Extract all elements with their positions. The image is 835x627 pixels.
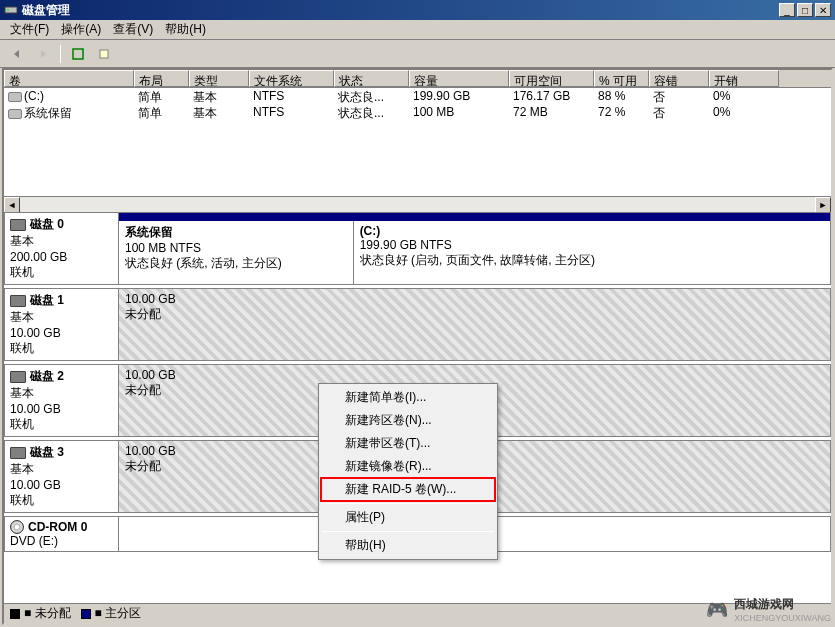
disk-label-disk0[interactable]: 磁盘 0基本200.00 GB联机 [4, 212, 119, 285]
column-header[interactable]: 状态 [334, 70, 409, 87]
ctx-new-raid5[interactable]: 新建 RAID-5 卷(W)... [321, 478, 495, 501]
table-header: 卷布局类型文件系统状态容量可用空间% 可用容错开销 [4, 70, 831, 88]
help-button[interactable] [93, 43, 115, 65]
disk-label-disk2[interactable]: 磁盘 2基本10.00 GB联机 [4, 364, 119, 437]
disk-info: 10.00 GB [10, 326, 113, 340]
svg-rect-0 [5, 7, 17, 13]
partition-info: 状态良好 (启动, 页面文件, 故障转储, 主分区) [360, 252, 824, 269]
partition-info: 状态良好 (系统, 活动, 主分区) [125, 255, 347, 272]
disk-info: 联机 [10, 492, 113, 509]
disk-title: CD-ROM 0 [28, 520, 87, 534]
disk-partitions-area: 系统保留100 MB NTFS状态良好 (系统, 活动, 主分区)(C:)199… [119, 212, 831, 285]
partition[interactable]: (C:)199.90 GB NTFS状态良好 (启动, 页面文件, 故障转储, … [354, 221, 830, 284]
refresh-button[interactable] [67, 43, 89, 65]
disk-title: 磁盘 2 [30, 368, 64, 385]
column-header[interactable]: 可用空间 [509, 70, 594, 87]
ctx-help[interactable]: 帮助(H) [321, 534, 495, 557]
cdrom-icon [10, 520, 24, 534]
maximize-button[interactable]: □ [797, 3, 813, 17]
ctx-new-stripe[interactable]: 新建带区卷(T)... [321, 432, 495, 455]
partition-info: 未分配 [125, 306, 824, 323]
volume-icon [8, 109, 22, 119]
table-cell: 状态良... [334, 88, 409, 104]
scroll-right-button[interactable]: ► [815, 197, 831, 213]
table-cell: 否 [649, 88, 709, 104]
partition-name: (C:) [360, 224, 824, 238]
column-header[interactable]: 卷 [4, 70, 134, 87]
partition-info: 100 MB NTFS [125, 241, 347, 255]
disk-row: 磁盘 1基本10.00 GB联机10.00 GB未分配 [4, 288, 831, 361]
scroll-left-button[interactable]: ◄ [4, 197, 20, 213]
column-header[interactable]: 开销 [709, 70, 779, 87]
disk-info: 联机 [10, 264, 113, 281]
partition-info: 199.90 GB NTFS [360, 238, 824, 252]
menu-action[interactable]: 操作(A) [55, 19, 107, 40]
disk-info: 联机 [10, 340, 113, 357]
disk-info: DVD (E:) [10, 534, 113, 548]
column-header[interactable]: 类型 [189, 70, 249, 87]
table-cell: 状态良... [334, 104, 409, 120]
table-cell: (C:) [4, 88, 134, 104]
table-cell: 基本 [189, 104, 249, 120]
column-header[interactable]: % 可用 [594, 70, 649, 87]
column-header[interactable]: 文件系统 [249, 70, 334, 87]
column-header[interactable]: 容量 [409, 70, 509, 87]
close-button[interactable]: ✕ [815, 3, 831, 17]
table-cell: 0% [709, 104, 779, 120]
titlebar: 磁盘管理 _ □ ✕ [0, 0, 835, 20]
app-icon [4, 3, 18, 17]
svg-rect-3 [100, 50, 108, 58]
table-cell: 72 MB [509, 104, 594, 120]
table-cell: 简单 [134, 88, 189, 104]
partition[interactable]: 系统保留100 MB NTFS状态良好 (系统, 活动, 主分区) [119, 221, 354, 284]
column-header[interactable]: 布局 [134, 70, 189, 87]
partition-name: 系统保留 [125, 224, 347, 241]
partition-info: 10.00 GB [125, 368, 824, 382]
ctx-separator [322, 503, 494, 504]
disk-label-disk1[interactable]: 磁盘 1基本10.00 GB联机 [4, 288, 119, 361]
volume-icon [8, 92, 22, 102]
disk-label-cdrom0[interactable]: CD-ROM 0DVD (E:) [4, 516, 119, 552]
column-header[interactable]: 容错 [649, 70, 709, 87]
disk-row: 磁盘 0基本200.00 GB联机系统保留100 MB NTFS状态良好 (系统… [4, 212, 831, 285]
table-cell: 简单 [134, 104, 189, 120]
table-cell: 100 MB [409, 104, 509, 120]
menu-help[interactable]: 帮助(H) [159, 19, 212, 40]
context-menu[interactable]: 新建简单卷(I)...新建跨区卷(N)...新建带区卷(T)...新建镜像卷(R… [318, 383, 498, 560]
disk-icon [10, 371, 26, 383]
table-cell: 基本 [189, 88, 249, 104]
watermark-logo-icon: 🎮 [706, 599, 728, 621]
menu-file[interactable]: 文件(F) [4, 19, 55, 40]
disk-info: 基本 [10, 461, 113, 478]
ctx-new-mirror[interactable]: 新建镜像卷(R)... [321, 455, 495, 478]
table-row[interactable]: (C:)简单基本NTFS状态良...199.90 GB176.17 GB88 %… [4, 88, 831, 104]
svg-rect-2 [73, 49, 83, 59]
ctx-separator [322, 531, 494, 532]
disk-partitions-area: 10.00 GB未分配 [119, 288, 831, 361]
watermark-text: 西城游戏网 [734, 597, 794, 611]
disk-info: 10.00 GB [10, 478, 113, 492]
menu-view[interactable]: 查看(V) [107, 19, 159, 40]
table-body[interactable]: (C:)简单基本NTFS状态良...199.90 GB176.17 GB88 %… [4, 88, 831, 196]
toolbar [0, 40, 835, 68]
table-cell: NTFS [249, 88, 334, 104]
minimize-button[interactable]: _ [779, 3, 795, 17]
disk-title: 磁盘 3 [30, 444, 64, 461]
disk-label-disk3[interactable]: 磁盘 3基本10.00 GB联机 [4, 440, 119, 513]
h-scrollbar[interactable]: ◄ ► [4, 196, 831, 212]
table-cell: 系统保留 [4, 104, 134, 120]
disk-info: 基本 [10, 385, 113, 402]
svg-point-1 [7, 9, 9, 11]
table-cell: 176.17 GB [509, 88, 594, 104]
forward-button[interactable] [32, 43, 54, 65]
table-row[interactable]: 系统保留简单基本NTFS状态良...100 MB72 MB72 %否0% [4, 104, 831, 120]
table-cell: 0% [709, 88, 779, 104]
table-cell: 72 % [594, 104, 649, 120]
ctx-properties[interactable]: 属性(P) [321, 506, 495, 529]
ctx-new-span[interactable]: 新建跨区卷(N)... [321, 409, 495, 432]
disk-info: 联机 [10, 416, 113, 433]
ctx-new-simple[interactable]: 新建简单卷(I)... [321, 386, 495, 409]
scroll-track[interactable] [20, 197, 815, 212]
back-button[interactable] [6, 43, 28, 65]
unallocated-space[interactable]: 10.00 GB未分配 [119, 289, 830, 360]
